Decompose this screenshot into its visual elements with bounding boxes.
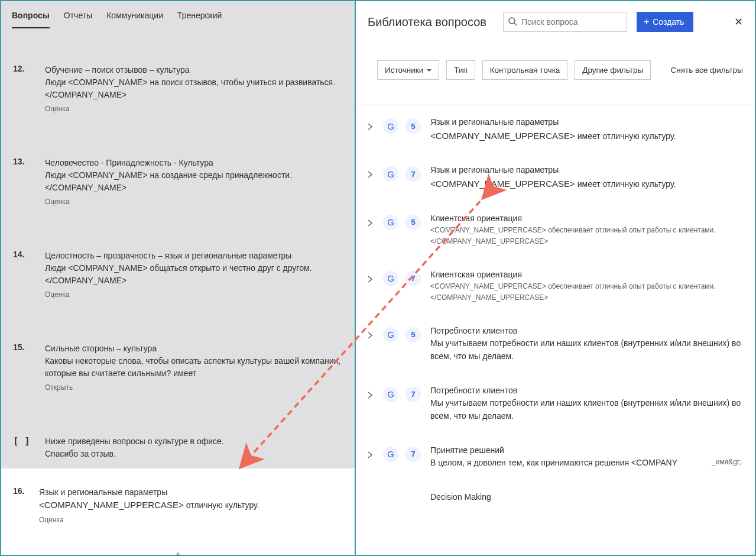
library-body: Мы учитываем потребности или наших клиен… <box>430 397 743 422</box>
expand-chevron[interactable] <box>363 325 377 339</box>
source-icon: G <box>383 327 398 342</box>
chevron-right-icon <box>366 219 374 227</box>
question-type: Оценка <box>45 105 343 113</box>
question-title: Язык и региональные параметры <box>39 486 343 499</box>
search-input[interactable] <box>503 12 627 32</box>
tab-reports[interactable]: Отчеты <box>64 7 92 28</box>
drop-zone[interactable]: 16. Язык и региональные параметры <COMPA… <box>1 468 355 555</box>
library-row[interactable]: G5Потребности клиентовМы учитываем потре… <box>356 314 755 374</box>
library-row[interactable]: Decision Making <box>356 480 755 519</box>
library-body: <COMPANY_NAME_UPPERCASE> обеспечивает от… <box>430 281 743 303</box>
chevron-right-icon <box>366 451 374 458</box>
library-category: Decision Making <box>430 491 743 504</box>
chevron-right-icon <box>366 171 374 178</box>
expand-chevron[interactable] <box>363 269 377 283</box>
library-panel: Библиотека вопросов + Создать ✕ Источник… <box>355 0 756 556</box>
chevron-right-icon <box>366 276 374 283</box>
question-item[interactable]: 14. Целостность – прозрачность – язык и … <box>13 238 343 307</box>
count-badge: 7 <box>405 271 421 286</box>
plus-icon: + <box>644 17 649 27</box>
library-title: Библиотека вопросов <box>368 15 486 29</box>
filter-sources[interactable]: Источники <box>377 60 439 80</box>
question-description: Люди <COMPANY_NAME> на создание среды пр… <box>45 169 343 194</box>
close-button[interactable]: ✕ <box>734 15 743 28</box>
question-item[interactable]: 15. Сильные стороны – культура Каковы не… <box>13 331 343 400</box>
question-description: Люди <COMPANY_NAME> общаться открыто и ч… <box>45 262 343 287</box>
question-title: Целостность – прозрачность – язык и реги… <box>45 250 343 262</box>
library-row[interactable]: G7Язык и региональные параметры<COMPANY_… <box>356 153 755 201</box>
question-description: <COMPANY_NAME_UPPERCASE> отличную культу… <box>39 499 343 512</box>
source-icon: G <box>383 387 398 402</box>
question-number: 12. <box>13 64 45 113</box>
expand-chevron[interactable] <box>363 384 377 399</box>
library-row[interactable]: G7Потребности клиентовМы учитываем потре… <box>356 374 755 434</box>
count-badge: 7 <box>405 447 421 462</box>
question-number: 13. <box>13 157 45 206</box>
expand-chevron[interactable] <box>363 116 377 130</box>
tab-communications[interactable]: Коммуникации <box>106 7 163 28</box>
section-note[interactable]: [ ] Ниже приведены вопросы о культуре в … <box>13 424 343 468</box>
filter-other[interactable]: Другие фильтры <box>575 60 651 80</box>
question-item[interactable]: 12. Обучение – поиск отзывов – культура … <box>13 52 343 121</box>
count-badge: 5 <box>405 118 421 134</box>
expand-chevron[interactable] <box>363 491 377 498</box>
search-wrap <box>503 12 627 32</box>
question-number: 16. <box>13 486 39 524</box>
library-row[interactable]: G5Язык и региональные параметры<COMPANY_… <box>356 105 755 153</box>
question-title: Человечество - Принадлежность - Культура <box>45 157 343 169</box>
section-marker: [ ] <box>13 435 45 460</box>
tab-questions[interactable]: Вопросы <box>12 7 50 28</box>
library-category: Клиентская ориентация <box>430 269 743 282</box>
question-description: Люди <COMPANY_NAME> на поиск отзывов, чт… <box>45 76 343 101</box>
library-row[interactable]: G5Клиентская ориентация<COMPANY_NAME_UPP… <box>356 202 755 258</box>
tab-bar: Вопросы Отчеты Коммуникации Тренерский <box>1 1 355 28</box>
tab-coaching[interactable]: Тренерский <box>177 7 222 28</box>
clear-filters-button[interactable]: Снять все фильтры <box>671 66 743 75</box>
library-text: Decision Making <box>427 491 743 504</box>
question-item[interactable]: 13. Человечество - Принадлежность - Куль… <box>13 145 343 214</box>
create-button-label: Создать <box>653 17 684 27</box>
library-list[interactable]: G5Язык и региональные параметры<COMPANY_… <box>356 105 755 555</box>
question-type: Открыть <box>45 383 343 392</box>
library-text: Потребности клиентовМы учитываем потребн… <box>427 325 743 363</box>
chevron-right-icon <box>366 332 374 339</box>
library-body: <COMPANY_NAME_UPPERCASE> имеет отличную … <box>430 177 743 191</box>
add-question-line[interactable]: + <box>48 549 308 555</box>
question-description: Каковы некоторые слова, чтобы описать ас… <box>45 355 343 380</box>
library-body: В целом, я доволен тем, как принимаются … <box>430 457 743 470</box>
library-text: Язык и региональные параметры<COMPANY_NA… <box>427 116 743 143</box>
count-badge: 7 <box>405 387 421 402</box>
search-icon <box>508 17 517 26</box>
library-category: Потребности клиентов <box>430 325 743 338</box>
library-header: Библиотека вопросов + Создать ✕ <box>356 1 755 43</box>
library-text: Клиентская ориентация<COMPANY_NAME_UPPER… <box>427 269 743 303</box>
library-category: Язык и региональные параметры <box>430 116 743 129</box>
chevron-right-icon <box>366 392 374 399</box>
count-badge: 7 <box>405 166 421 182</box>
question-title: Обучение – поиск отзывов – культура <box>45 64 343 76</box>
left-pane: Вопросы Отчеты Коммуникации Тренерский 1… <box>0 0 355 556</box>
library-body: <COMPANY_NAME_UPPERCASE> обеспечивает от… <box>430 225 743 247</box>
question-title: Сильные стороны – культура <box>45 342 343 355</box>
library-category: Принятие решений <box>430 444 743 457</box>
close-icon: ✕ <box>734 16 743 28</box>
filter-type[interactable]: Тип <box>446 60 475 80</box>
chevron-right-icon <box>366 123 374 130</box>
source-icon: G <box>383 271 398 286</box>
question-list: 12. Обучение – поиск отзывов – культура … <box>1 28 355 555</box>
expand-chevron[interactable] <box>363 164 377 178</box>
library-row[interactable]: G7Принятие решенийВ целом, я доволен тем… <box>356 434 755 480</box>
filter-checkpoint[interactable]: Контрольная точка <box>482 60 568 80</box>
expand-chevron[interactable] <box>363 212 377 227</box>
library-category: Клиентская ориентация <box>430 212 743 225</box>
question-type: Оценка <box>45 290 343 299</box>
question-item[interactable]: 16. Язык и региональные параметры <COMPA… <box>13 480 343 530</box>
library-text: Клиентская ориентация<COMPANY_NAME_UPPER… <box>427 212 743 247</box>
library-text: Язык и региональные параметры<COMPANY_NA… <box>427 164 743 190</box>
library-row[interactable]: G7Клиентская ориентация<COMPANY_NAME_UPP… <box>356 258 755 314</box>
library-text: Потребности клиентовМы учитываем потребн… <box>427 384 743 423</box>
create-button[interactable]: + Создать <box>637 12 694 32</box>
filter-bar: Источники Тип Контрольная точка Другие ф… <box>356 60 755 87</box>
question-type: Оценка <box>45 198 343 206</box>
expand-chevron[interactable] <box>363 444 377 458</box>
